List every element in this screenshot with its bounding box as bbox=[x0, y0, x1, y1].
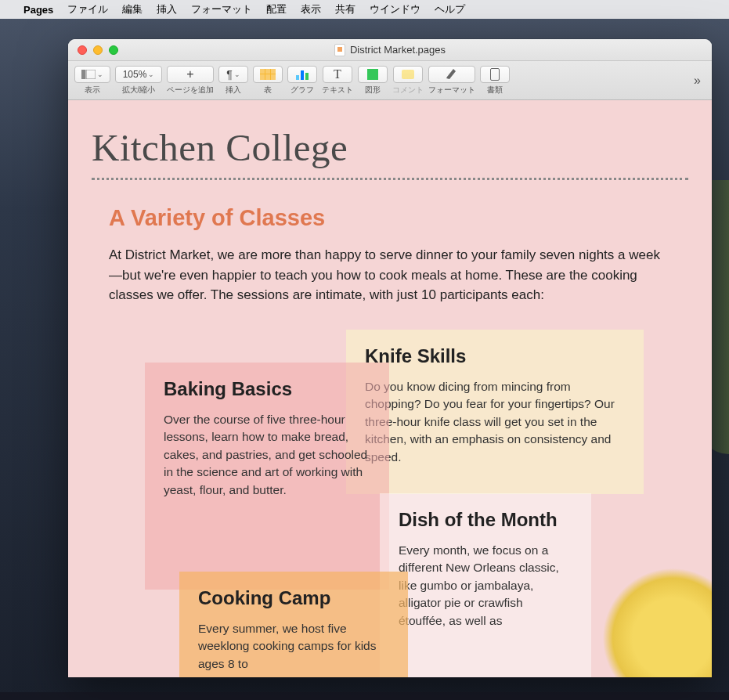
shape-button[interactable] bbox=[358, 66, 388, 83]
tool-group-chart: グラフ bbox=[287, 66, 317, 96]
tool-group-zoom: 105% ⌄ 拡大/縮小 bbox=[115, 66, 162, 96]
document-canvas[interactable]: Kitchen College A Variety of Classes At … bbox=[68, 100, 712, 677]
menu-view[interactable]: 表示 bbox=[301, 2, 321, 16]
table-icon bbox=[260, 69, 276, 80]
block-text[interactable]: Over the course of five three-hour lesso… bbox=[164, 411, 370, 499]
window-title-text: District Market.pages bbox=[350, 44, 446, 56]
block-title[interactable]: Dish of the Month bbox=[399, 509, 572, 531]
menu-insert[interactable]: 挿入 bbox=[157, 2, 177, 16]
tool-group-insert: ¶ ⌄ 挿入 bbox=[218, 66, 248, 96]
shape-label: 図形 bbox=[365, 85, 381, 96]
document-title[interactable]: Kitchen College bbox=[92, 125, 688, 170]
insert-button[interactable]: ¶ ⌄ bbox=[218, 66, 248, 83]
block-title[interactable]: Baking Basics bbox=[164, 378, 370, 400]
minimize-button[interactable] bbox=[93, 45, 103, 55]
comment-button[interactable] bbox=[393, 66, 423, 83]
menu-app[interactable]: Pages bbox=[23, 4, 53, 16]
menu-file[interactable]: ファイル bbox=[67, 2, 108, 16]
chart-label: グラフ bbox=[291, 85, 314, 96]
shape-icon bbox=[367, 69, 378, 80]
pilcrow-icon: ¶ bbox=[226, 68, 233, 81]
comment-label: コメント bbox=[392, 85, 424, 96]
dotted-divider bbox=[92, 178, 688, 180]
chart-button[interactable] bbox=[287, 66, 317, 83]
block-title[interactable]: Knife Skills bbox=[365, 345, 625, 367]
tool-group-format: フォーマット bbox=[428, 66, 475, 96]
block-baking-basics[interactable]: Baking Basics Over the course of five th… bbox=[145, 363, 389, 590]
close-button[interactable] bbox=[78, 45, 87, 55]
insert-label: 挿入 bbox=[226, 85, 241, 96]
menu-format[interactable]: フォーマット bbox=[191, 2, 252, 16]
text-label: テキスト bbox=[322, 85, 353, 96]
menu-window[interactable]: ウインドウ bbox=[370, 2, 420, 16]
block-knife-skills[interactable]: Knife Skills Do you know dicing from min… bbox=[346, 330, 644, 494]
plus-icon: + bbox=[186, 67, 193, 81]
tool-group-document: 書類 bbox=[480, 66, 510, 96]
intro-paragraph[interactable]: At District Market, we are more than hap… bbox=[109, 245, 671, 305]
toolbar: ⌄ 表示 105% ⌄ 拡大/縮小 + ページを追加 ¶ ⌄ 挿入 bbox=[68, 61, 712, 100]
text-button[interactable]: T bbox=[323, 66, 352, 83]
view-label: 表示 bbox=[85, 85, 100, 96]
addpage-label: ページを追加 bbox=[167, 85, 214, 96]
comment-icon bbox=[402, 70, 414, 79]
block-text[interactable]: Do you know dicing from mincing from cho… bbox=[365, 378, 625, 466]
zoom-dropdown[interactable]: 105% ⌄ bbox=[115, 66, 162, 83]
svg-rect-1 bbox=[86, 70, 96, 79]
decorative-photo bbox=[602, 568, 712, 677]
text-icon: T bbox=[334, 67, 341, 81]
format-button[interactable] bbox=[428, 66, 475, 83]
window-title: District Market.pages bbox=[68, 44, 712, 56]
zoom-value: 105% bbox=[123, 69, 147, 80]
add-page-button[interactable]: + bbox=[167, 66, 214, 83]
tool-group-text: T テキスト bbox=[322, 66, 353, 96]
block-title[interactable]: Cooking Camp bbox=[198, 587, 389, 609]
table-button[interactable] bbox=[253, 66, 283, 83]
document-icon bbox=[334, 44, 345, 56]
document-label: 書類 bbox=[487, 85, 503, 96]
menu-arrange[interactable]: 配置 bbox=[266, 2, 287, 16]
block-text[interactable]: Every summer, we host five weeklong cook… bbox=[198, 620, 389, 673]
maximize-button[interactable] bbox=[109, 45, 118, 55]
block-dish-of-month[interactable]: Dish of the Month Every month, we focus … bbox=[380, 493, 591, 677]
chevron-down-icon: ⌄ bbox=[234, 70, 240, 78]
block-text[interactable]: Every month, we focus on a different New… bbox=[399, 542, 572, 630]
svg-rect-0 bbox=[81, 70, 85, 79]
tool-group-comment: コメント bbox=[392, 66, 424, 96]
tool-group-table: 表 bbox=[253, 66, 283, 96]
brush-icon bbox=[445, 67, 459, 81]
format-label: フォーマット bbox=[428, 85, 475, 96]
chart-icon bbox=[296, 69, 309, 80]
chevron-down-icon: ⌄ bbox=[97, 70, 103, 78]
document-icon bbox=[490, 68, 500, 81]
block-cooking-camp[interactable]: Cooking Camp Every summer, we host five … bbox=[179, 572, 408, 677]
table-label: 表 bbox=[264, 85, 272, 96]
document-button[interactable] bbox=[480, 66, 510, 83]
tool-group-shape: 図形 bbox=[358, 66, 388, 96]
section-heading[interactable]: A Variety of Classes bbox=[109, 205, 688, 231]
system-menubar: Pages ファイル 編集 挿入 フォーマット 配置 表示 共有 ウインドウ ヘ… bbox=[0, 0, 729, 19]
menu-help[interactable]: ヘルプ bbox=[435, 2, 465, 16]
tool-group-view: ⌄ 表示 bbox=[74, 66, 110, 96]
dock-shadow bbox=[0, 692, 729, 700]
menu-edit[interactable]: 編集 bbox=[122, 2, 143, 16]
toolbar-overflow-button[interactable]: » bbox=[689, 74, 706, 88]
view-button[interactable]: ⌄ bbox=[74, 66, 110, 83]
chevron-down-icon: ⌄ bbox=[148, 70, 154, 78]
window-titlebar[interactable]: District Market.pages bbox=[68, 39, 712, 61]
zoom-label: 拡大/縮小 bbox=[122, 85, 156, 96]
traffic-lights bbox=[68, 45, 118, 55]
tool-group-addpage: + ページを追加 bbox=[167, 66, 214, 96]
pages-window: District Market.pages ⌄ 表示 105% ⌄ 拡大/縮小 … bbox=[68, 39, 712, 677]
menu-share[interactable]: 共有 bbox=[335, 2, 355, 16]
